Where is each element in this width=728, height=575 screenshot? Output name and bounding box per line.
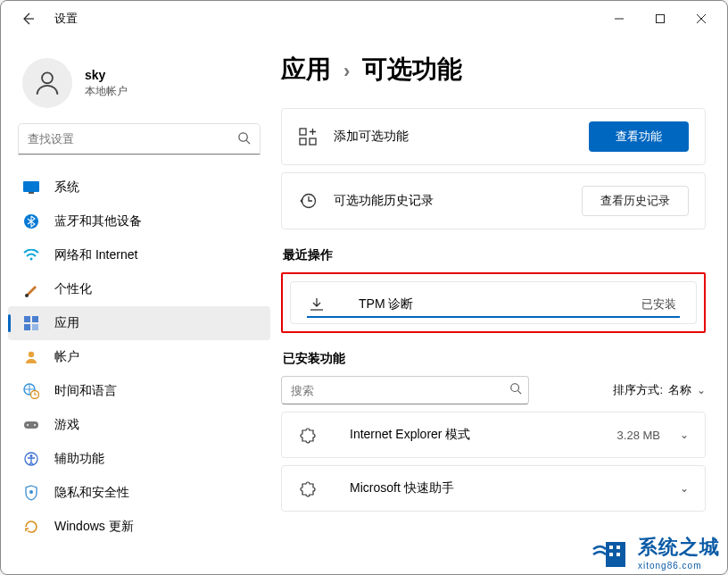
close-button[interactable]	[681, 4, 722, 33]
minimize-button[interactable]	[599, 4, 640, 33]
sidebar-item-gaming[interactable]: 游戏	[1, 408, 277, 442]
installed-header: 排序方式: 名称 ⌄	[281, 376, 706, 404]
sidebar-item-label: Windows 更新	[54, 519, 134, 535]
sidebar-item-label: 时间和语言	[54, 383, 117, 399]
svg-rect-35	[616, 553, 620, 556]
person-icon	[32, 68, 62, 98]
chevron-down-icon: ⌄	[680, 482, 689, 495]
sidebar-item-label: 系统	[54, 179, 79, 196]
recent-card-highlight: TPM 诊断 已安装	[281, 272, 706, 333]
sidebar-item-label: 应用	[54, 315, 79, 331]
history-label: 可选功能历史记录	[334, 193, 582, 209]
user-subtitle: 本地帐户	[85, 84, 128, 99]
breadcrumb: 应用 › 可选功能	[281, 53, 706, 87]
installed-heading: 已安装功能	[283, 351, 706, 367]
chevron-down-icon: ⌄	[680, 429, 689, 441]
svg-point-21	[34, 424, 36, 426]
sidebar-item-label: 蓝牙和其他设备	[54, 213, 142, 229]
svg-rect-13	[32, 316, 38, 322]
breadcrumb-current: 可选功能	[362, 53, 462, 87]
feature-name: Internet Explorer 模式	[350, 427, 617, 443]
svg-rect-15	[32, 324, 38, 330]
arrow-left-icon	[21, 12, 35, 26]
minimize-icon	[615, 14, 624, 23]
svg-rect-27	[310, 138, 316, 145]
feature-item[interactable]: Internet Explorer 模式 3.28 MB ⌄	[281, 412, 706, 458]
svg-rect-14	[24, 324, 30, 330]
svg-line-6	[246, 140, 250, 144]
back-button[interactable]	[15, 6, 40, 31]
svg-rect-34	[609, 553, 613, 556]
recent-heading: 最近操作	[283, 247, 706, 263]
sidebar-item-bluetooth[interactable]: 蓝牙和其他设备	[1, 204, 277, 238]
sidebar-item-label: 帐户	[54, 349, 79, 365]
sidebar-item-label: 游戏	[54, 417, 79, 433]
sidebar-item-system[interactable]: 系统	[1, 171, 277, 204]
sort-dropdown[interactable]: 排序方式: 名称 ⌄	[613, 382, 706, 398]
search-wrap	[19, 124, 260, 154]
close-icon	[697, 14, 706, 23]
svg-rect-19	[24, 421, 38, 429]
puzzle-icon	[298, 479, 318, 498]
user-text: sky 本地帐户	[85, 68, 128, 99]
svg-point-23	[30, 454, 33, 457]
update-icon	[22, 518, 40, 536]
installed-search-input[interactable]	[281, 376, 529, 404]
sidebar-item-time-language[interactable]: 时间和语言	[1, 374, 277, 408]
globe-clock-icon	[22, 382, 40, 400]
sidebar-item-network[interactable]: 网络和 Internet	[1, 238, 277, 272]
window-controls	[599, 4, 722, 33]
add-feature-label: 添加可选功能	[334, 129, 589, 145]
svg-rect-8	[29, 192, 34, 194]
svg-rect-33	[616, 546, 620, 549]
grid-plus-icon	[298, 127, 318, 146]
installed-search-wrap	[281, 376, 529, 404]
feature-name: Microsoft 快速助手	[350, 480, 660, 496]
sidebar-item-accounts[interactable]: 帐户	[1, 340, 277, 374]
svg-rect-12	[24, 316, 30, 322]
svg-point-29	[511, 384, 519, 392]
watermark-sub: xitong86.com	[638, 561, 720, 571]
view-history-button[interactable]: 查看历史记录	[582, 186, 689, 216]
user-block[interactable]: sky 本地帐户	[1, 46, 277, 124]
titlebar: 设置	[1, 1, 727, 37]
history-card: 可选功能历史记录 查看历史记录	[281, 172, 706, 229]
recent-item[interactable]: TPM 诊断 已安装	[290, 281, 697, 324]
watermark-text: 系统之城 xitong86.com	[638, 534, 720, 571]
sidebar-item-privacy[interactable]: 隐私和安全性	[1, 476, 277, 510]
sidebar-item-accessibility[interactable]: 辅助功能	[1, 442, 277, 476]
breadcrumb-parent[interactable]: 应用	[281, 53, 331, 87]
view-features-button[interactable]: 查看功能	[589, 121, 689, 152]
search-input[interactable]	[19, 124, 260, 154]
chevron-down-icon: ⌄	[697, 384, 706, 396]
brush-icon	[22, 280, 40, 298]
svg-point-20	[27, 424, 29, 426]
sidebar-item-label: 个性化	[54, 281, 92, 297]
gaming-icon	[22, 416, 40, 434]
svg-rect-31	[606, 542, 625, 567]
avatar	[22, 58, 72, 108]
watermark-main: 系统之城	[638, 534, 720, 561]
svg-line-30	[518, 391, 522, 395]
settings-window: 设置 sky 本地帐户	[0, 0, 728, 575]
bluetooth-icon	[22, 212, 40, 230]
sidebar-item-label: 网络和 Internet	[54, 247, 137, 263]
apps-icon	[22, 314, 40, 332]
recent-item-status: 已安装	[641, 296, 676, 312]
display-icon	[22, 179, 40, 196]
svg-point-10	[30, 258, 33, 261]
sidebar-item-personalization[interactable]: 个性化	[1, 272, 277, 306]
body: sky 本地帐户 系统 蓝牙和其他设备	[1, 37, 727, 574]
maximize-button[interactable]	[640, 4, 681, 33]
sidebar-item-apps[interactable]: 应用	[8, 306, 270, 340]
svg-rect-7	[23, 181, 39, 192]
search-icon	[237, 131, 251, 145]
sidebar-item-label: 辅助功能	[54, 451, 104, 467]
sidebar-item-windows-update[interactable]: Windows 更新	[1, 510, 277, 544]
feature-item[interactable]: Microsoft 快速助手 ⌄	[281, 465, 706, 512]
maximize-icon	[656, 14, 665, 23]
user-name: sky	[85, 68, 128, 82]
sort-value: 名称	[668, 382, 691, 398]
watermark-logo-icon	[592, 535, 633, 571]
search-icon	[509, 382, 522, 395]
